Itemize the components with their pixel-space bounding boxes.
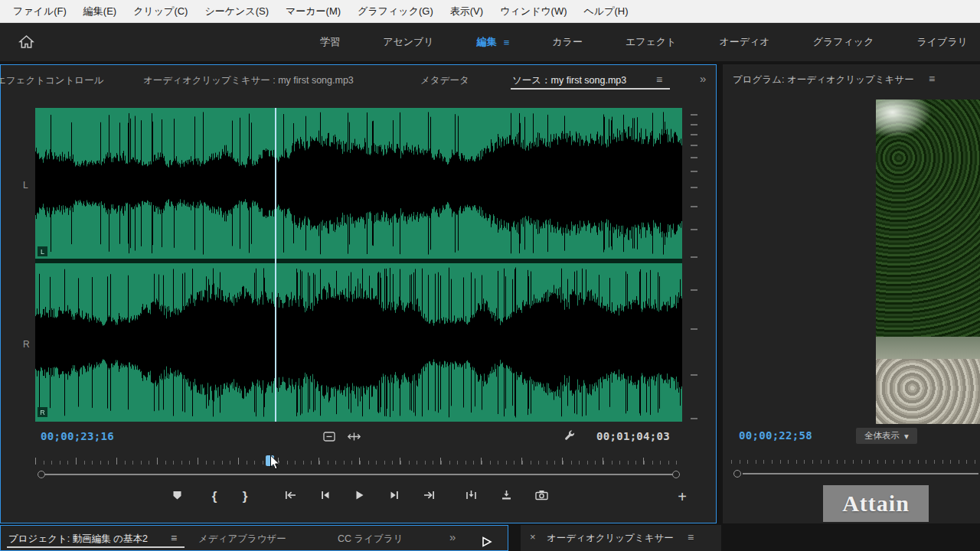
mixer-panel-tabs: × オーディオクリップミキサー ≡ [521,525,721,551]
menu-graphics[interactable]: グラフィック(G) [349,5,442,18]
export-frame-button[interactable] [531,486,552,507]
db-tick [691,374,697,376]
menu-help[interactable]: ヘルプ(H) [576,5,637,18]
menu-window[interactable]: ウィンドウ(W) [492,5,575,18]
playhead-line[interactable] [275,108,276,422]
panel-menu-icon[interactable]: ≡ [656,73,662,86]
close-icon[interactable]: × [530,531,536,543]
camera-icon [535,490,548,504]
workspace-tabs: 学習 アセンブリ 編集 ≡ カラー エフェクト オーディオ グラフィック ライブ… [320,23,968,61]
tab-media-browser[interactable]: メディアブラウザー [198,533,286,546]
overwrite-button[interactable] [495,486,517,507]
tab-audio-clip-mixer-bottom[interactable]: オーディオクリップミキサー [547,532,674,545]
db-tick [691,418,697,419]
program-panel-menu-icon[interactable]: ≡ [929,73,935,85]
menu-view[interactable]: 表示(V) [442,5,492,18]
step-back-icon [320,490,330,504]
db-tick [691,157,697,158]
audio-waveform-display: L R [35,108,682,422]
tab-effect-controls[interactable]: エフェクトコントロール [0,74,103,87]
goto-out-icon [423,490,436,504]
source-duration-timecode: 00;01;04;03 [596,430,670,442]
db-tick [691,206,697,207]
program-video-frame [876,99,980,424]
menu-sequence[interactable]: シーケンス(S) [196,5,277,18]
workspace-tab-learning[interactable]: 学習 [320,35,340,49]
workspace-tab-effects[interactable]: エフェクト [626,35,677,49]
project-panel-tabs: プロジェクト: 動画編集 の基本2 ≡ メディアブラウザー CC ライブラリ » [0,525,508,551]
db-tick [691,187,697,188]
db-tick [691,229,697,230]
workspace-tab-editing[interactable]: 編集 ≡ [477,35,510,49]
tab-program[interactable]: プログラム: オーディオクリップミキサー [733,73,914,86]
workspace-tab-graphics[interactable]: グラフィック [813,35,874,49]
workspace-tab-assembly[interactable]: アセンブリ [383,35,434,49]
zoom-ruler-major-ticks [35,458,682,465]
button-editor-plus[interactable]: + [671,486,693,507]
bottom-tab-overflow-icon[interactable]: » [449,530,456,543]
tab-cc-libraries[interactable]: CC ライブラリ [338,533,403,546]
workspace-tab-libraries[interactable]: ライブラリ [916,35,968,49]
project-active-underline [7,546,185,548]
project-panel-menu-icon[interactable]: ≡ [171,532,177,544]
zoom-handle-right[interactable] [672,471,680,478]
workspace-tab-color[interactable]: カラー [552,35,583,49]
tab-audio-clip-mixer[interactable]: オーディオクリップミキサー : my first song.mp3 [143,74,354,87]
play-button[interactable] [348,486,370,507]
goto-in-button[interactable] [279,486,301,507]
add-marker-button[interactable] [166,486,188,507]
db-tick [691,328,697,330]
home-icon [18,38,34,51]
db-tick [691,256,697,258]
zoom-handle-left[interactable] [38,471,45,478]
menu-marker[interactable]: マーカー(M) [277,5,349,18]
tab-overflow-icon[interactable]: » [700,72,706,85]
attain-watermark: Attain [823,485,929,522]
menu-clip[interactable]: クリップ(C) [125,5,196,18]
chevron-down-icon: ▾ [904,431,909,442]
menu-file[interactable]: ファイル(F) [5,5,75,18]
tab-project[interactable]: プロジェクト: 動画編集 の基本2 [8,533,148,546]
tab-metadata[interactable]: メタデータ [420,74,469,87]
monitor-settings-icon[interactable] [323,431,335,445]
menu-edit[interactable]: 編集(E) [75,5,125,18]
waveform-right-channel [35,263,682,422]
workspace-menu-icon[interactable]: ≡ [504,37,510,48]
db-tick [691,171,697,172]
waveform-left-channel [35,108,682,259]
program-zoom-scrollbar[interactable] [743,473,978,474]
workspace-tab-editing-label: 編集 [477,35,497,49]
program-zoom-handle[interactable] [733,470,741,478]
insert-button[interactable] [460,486,482,507]
step-forward-button[interactable] [384,486,405,507]
source-current-timecode[interactable]: 00;00;23;16 [41,430,114,442]
goto-out-button[interactable] [418,486,439,507]
active-tab-underline [511,88,670,90]
program-current-timecode[interactable]: 00;00;22;58 [739,429,812,442]
mark-out-button[interactable]: } [234,486,256,509]
db-tick [691,289,697,291]
mark-in-button[interactable]: { [204,486,225,509]
workspace-bar: 学習 アセンブリ 編集 ≡ カラー エフェクト オーディオ グラフィック ライブ… [0,23,980,61]
home-button[interactable] [18,34,34,52]
channel-right-label: R [23,339,30,350]
zoom-scrollbar[interactable] [41,474,677,475]
video-rocks [876,359,980,424]
mouse-cursor [270,455,281,474]
monitor-wrench-icon[interactable] [564,429,575,444]
overwrite-icon [501,490,512,504]
mixer-panel-menu-icon[interactable]: ≡ [688,531,694,543]
tab-source[interactable]: ソース：my first song.mp3 [512,74,626,87]
step-back-button[interactable] [314,486,335,507]
workspace-tab-audio[interactable]: オーディオ [719,35,769,49]
drag-audio-icon[interactable] [347,431,361,445]
fit-zoom-value: 全体表示 [864,430,900,442]
fit-zoom-dropdown[interactable]: 全体表示 ▾ [856,428,917,444]
play-cursor-icon [482,536,492,550]
marker-icon [172,490,182,504]
source-monitor-panel: エフェクトコントロール オーディオクリップミキサー : my first son… [0,64,717,523]
channel-left-label: L [23,180,28,191]
waveform-right-tag: R [38,407,47,417]
program-zoom-ruler [731,460,978,464]
goto-in-icon [284,490,297,504]
